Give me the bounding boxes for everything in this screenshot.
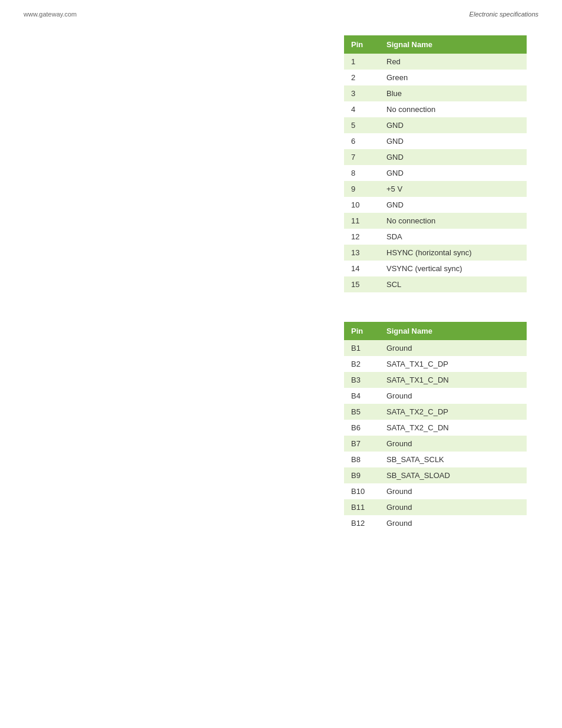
signal-cell: Ground [379, 388, 527, 404]
table-row: B10Ground [344, 483, 527, 499]
table-row: 13HSYNC (horizontal sync) [344, 245, 527, 261]
signal-cell: GND [379, 165, 527, 181]
pin-cell: 12 [344, 229, 379, 245]
signal-cell: Ground [379, 515, 527, 531]
pin-cell: 4 [344, 101, 379, 117]
table-row: 6GND [344, 133, 527, 149]
pin-cell: 10 [344, 197, 379, 213]
table-row: B11Ground [344, 499, 527, 515]
table-row: 12SDA [344, 229, 527, 245]
table1-header-row: Pin Signal Name [344, 35, 527, 54]
table-row: 3Blue [344, 85, 527, 101]
signal-cell: SCL [379, 276, 527, 292]
signal-cell: GND [379, 149, 527, 165]
signal-cell: GND [379, 133, 527, 149]
table1-col2-header: Signal Name [379, 35, 527, 54]
pin-cell: 14 [344, 261, 379, 276]
signal-cell: VSYNC (vertical sync) [379, 261, 527, 276]
pin-cell: B12 [344, 515, 379, 531]
table2: Pin Signal Name B1GroundB2SATA_TX1_C_DPB… [344, 322, 527, 531]
signal-cell: Ground [379, 499, 527, 515]
pin-cell: 15 [344, 276, 379, 292]
table-row: 7GND [344, 149, 527, 165]
table2-header-row: Pin Signal Name [344, 322, 527, 340]
table-row: 1Red [344, 54, 527, 70]
header-right: Electronic specifications [470, 11, 538, 18]
pin-cell: 11 [344, 213, 379, 229]
pin-cell: 13 [344, 245, 379, 261]
pin-cell: B2 [344, 356, 379, 372]
table1-col1-header: Pin [344, 35, 379, 54]
pin-cell: 2 [344, 70, 379, 85]
table-row: 9+5 V [344, 181, 527, 197]
table-row: B6SATA_TX2_C_DN [344, 420, 527, 436]
table-row: B7Ground [344, 436, 527, 452]
table-row: 14VSYNC (vertical sync) [344, 261, 527, 276]
table-row: 2Green [344, 70, 527, 85]
pin-cell: 3 [344, 85, 379, 101]
signal-cell: +5 V [379, 181, 527, 197]
pin-cell: 8 [344, 165, 379, 181]
table1: Pin Signal Name 1Red2Green3Blue4No conne… [344, 35, 527, 292]
table1-container: Pin Signal Name 1Red2Green3Blue4No conne… [344, 35, 527, 292]
signal-cell: SATA_TX1_C_DN [379, 372, 527, 388]
table-row: B2SATA_TX1_C_DP [344, 356, 527, 372]
table-row: 11No connection [344, 213, 527, 229]
table2-container: Pin Signal Name B1GroundB2SATA_TX1_C_DPB… [344, 322, 527, 531]
table-row: 5GND [344, 117, 527, 133]
pin-cell: B4 [344, 388, 379, 404]
signal-cell: Red [379, 54, 527, 70]
table-row: B12Ground [344, 515, 527, 531]
signal-cell: GND [379, 197, 527, 213]
table2-col1-header: Pin [344, 322, 379, 340]
signal-cell: Ground [379, 340, 527, 356]
table-row: 10GND [344, 197, 527, 213]
pin-cell: 7 [344, 149, 379, 165]
signal-cell: Blue [379, 85, 527, 101]
signal-cell: SATA_TX2_C_DN [379, 420, 527, 436]
pin-cell: 9 [344, 181, 379, 197]
signal-cell: Ground [379, 436, 527, 452]
table-row: B8SB_SATA_SCLK [344, 452, 527, 467]
header-left: www.gateway.com [24, 11, 77, 18]
pin-cell: B8 [344, 452, 379, 467]
table-row: B4Ground [344, 388, 527, 404]
pin-cell: B7 [344, 436, 379, 452]
table-row: B1Ground [344, 340, 527, 356]
table-row: B9SB_SATA_SLOAD [344, 467, 527, 483]
pin-cell: B5 [344, 404, 379, 420]
pin-cell: 6 [344, 133, 379, 149]
pin-cell: B3 [344, 372, 379, 388]
table-row: B5SATA_TX2_C_DP [344, 404, 527, 420]
signal-cell: SB_SATA_SCLK [379, 452, 527, 467]
table-row: 15SCL [344, 276, 527, 292]
signal-cell: SATA_TX1_C_DP [379, 356, 527, 372]
table-row: B3SATA_TX1_C_DN [344, 372, 527, 388]
pin-cell: B11 [344, 499, 379, 515]
pin-cell: B6 [344, 420, 379, 436]
signal-cell: No connection [379, 213, 527, 229]
table2-col2-header: Signal Name [379, 322, 527, 340]
pin-cell: B10 [344, 483, 379, 499]
signal-cell: No connection [379, 101, 527, 117]
signal-cell: SDA [379, 229, 527, 245]
pin-cell: 5 [344, 117, 379, 133]
signal-cell: SATA_TX2_C_DP [379, 404, 527, 420]
pin-cell: B9 [344, 467, 379, 483]
table-row: 8GND [344, 165, 527, 181]
pin-cell: B1 [344, 340, 379, 356]
signal-cell: GND [379, 117, 527, 133]
table-row: 4No connection [344, 101, 527, 117]
signal-cell: Ground [379, 483, 527, 499]
signal-cell: HSYNC (horizontal sync) [379, 245, 527, 261]
signal-cell: SB_SATA_SLOAD [379, 467, 527, 483]
pin-cell: 1 [344, 54, 379, 70]
signal-cell: Green [379, 70, 527, 85]
